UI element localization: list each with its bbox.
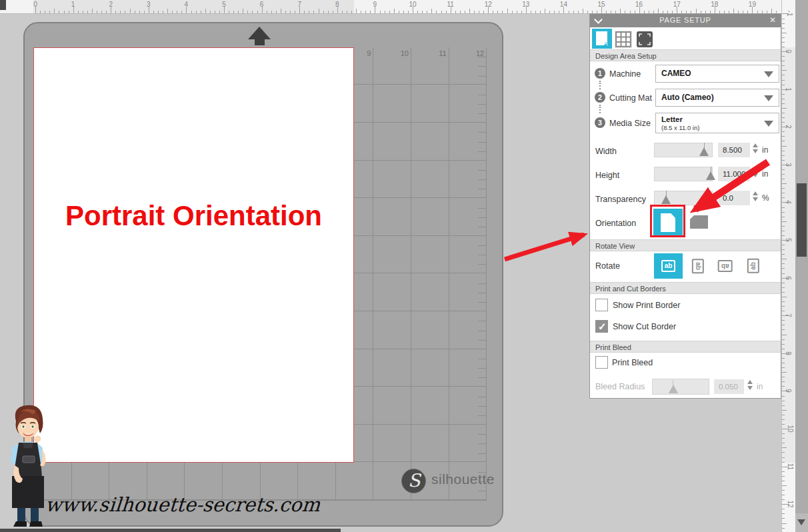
show-print-border-checkbox[interactable] xyxy=(595,299,608,311)
width-label: Width xyxy=(595,147,617,156)
bleed-radius-stepper xyxy=(747,380,753,390)
spin-down-icon[interactable] xyxy=(753,149,758,153)
cutting-mat-value: Auto (Cameo) xyxy=(661,93,714,102)
transparency-slider[interactable] xyxy=(654,191,713,205)
width-slider[interactable] xyxy=(654,143,713,157)
spin-down-icon xyxy=(747,386,753,390)
portrait-page-icon xyxy=(661,213,675,232)
silhouette-logo-text: silhouette xyxy=(431,471,495,487)
print-bleed-checkbox[interactable] xyxy=(595,356,608,369)
panel-close-button[interactable]: ✕ xyxy=(769,15,776,25)
spin-up-icon xyxy=(747,380,753,384)
bleed-radius-slider xyxy=(652,379,709,395)
ruler-label: 6 xyxy=(260,1,264,8)
media-size-label: Media Size xyxy=(609,119,651,128)
dropdown-arrow-icon xyxy=(764,121,773,127)
rotate-180-button[interactable]: ab xyxy=(716,257,735,275)
ruler-label: 12 xyxy=(787,501,794,508)
rotate-glyph: ab xyxy=(692,259,704,273)
vertical-ruler: -10123456789101112 xyxy=(781,0,796,532)
media-size-value: Letter xyxy=(661,115,683,123)
section-rotate-view: Rotate View xyxy=(590,239,781,251)
ruler-label: 13 xyxy=(522,1,529,8)
dropdown-arrow-icon xyxy=(764,95,773,101)
ruler-label: 14 xyxy=(560,1,567,8)
step-connector xyxy=(599,105,601,113)
rotate-270-button[interactable]: ab xyxy=(745,256,762,276)
width-stepper[interactable] xyxy=(753,143,759,153)
step-2-badge: 2 xyxy=(595,92,605,103)
spin-down-icon[interactable] xyxy=(753,173,758,177)
ruler-label: 2 xyxy=(109,1,113,8)
design-page[interactable]: Portrait Orientation xyxy=(33,47,354,463)
ruler-label: 19 xyxy=(749,1,756,8)
ruler-label: 9 xyxy=(785,389,792,393)
ruler-label: 1 xyxy=(71,1,75,8)
mat-up-arrow-stem xyxy=(255,39,265,45)
page-fold-icon xyxy=(604,42,607,46)
grid-column-label: 11 xyxy=(439,49,446,57)
ruler-label: 8 xyxy=(785,351,792,355)
ruler-label: 2 xyxy=(785,125,792,129)
ruler-label: 3 xyxy=(785,163,792,167)
height-slider[interactable] xyxy=(654,167,713,181)
orientation-landscape-button[interactable] xyxy=(690,215,708,229)
height-stepper[interactable] xyxy=(753,167,759,177)
section-design-area-setup: Design Area Setup xyxy=(590,49,781,61)
show-print-border-label: Show Print Border xyxy=(613,301,680,310)
arrow-down-icon xyxy=(797,519,805,525)
ruler-corner-block xyxy=(0,0,6,10)
ruler-label: 3 xyxy=(147,1,151,8)
spin-up-icon[interactable] xyxy=(753,167,758,171)
horizontal-scrollbar-thumb[interactable] xyxy=(0,529,341,532)
ruler-label: 15 xyxy=(597,1,605,8)
spin-up-icon[interactable] xyxy=(753,191,758,195)
vertical-scrollbar[interactable] xyxy=(795,0,808,532)
tab-registration-marks[interactable] xyxy=(636,31,653,48)
media-size-dropdown[interactable]: Letter (8.5 x 11.0 in) xyxy=(655,113,779,133)
ruler-label: 7 xyxy=(785,313,792,317)
ruler-label: 9 xyxy=(373,1,377,8)
section-print-bleed: Print Bleed xyxy=(590,341,781,353)
rotate-90-button[interactable]: ab xyxy=(689,256,707,276)
height-label: Height xyxy=(595,171,619,180)
ruler-label: 16 xyxy=(635,1,643,8)
orientation-label: Orientation xyxy=(595,219,636,228)
show-cut-border-checkbox[interactable] xyxy=(595,320,608,333)
ruler-label: 0 xyxy=(33,1,37,8)
cutting-mat-dropdown[interactable]: Auto (Cameo) xyxy=(655,89,779,107)
ruler-label: 11 xyxy=(787,463,794,469)
bleed-radius-unit: in xyxy=(757,382,763,391)
step-connector xyxy=(599,81,601,89)
transparency-stepper[interactable] xyxy=(753,191,759,201)
watermark-text: www.silhouette-secrets.com xyxy=(45,493,321,516)
rotate-glyph: ab xyxy=(661,260,676,272)
ruler-label: -1 xyxy=(786,11,793,17)
scrollbar-thumb[interactable] xyxy=(797,183,807,257)
transparency-label: Transparency xyxy=(595,195,646,204)
spin-up-icon[interactable] xyxy=(753,143,758,147)
machine-dropdown[interactable]: CAMEO xyxy=(655,65,779,83)
tab-grid-settings[interactable] xyxy=(615,31,632,48)
transparency-unit: % xyxy=(762,193,769,203)
spin-down-icon[interactable] xyxy=(753,197,758,201)
height-value-field[interactable]: 11.000 xyxy=(718,167,750,181)
print-bleed-label: Print Bleed xyxy=(612,358,653,367)
ruler-label: 7 xyxy=(297,1,301,8)
ruler-label: 5 xyxy=(222,1,226,8)
scroll-down-button[interactable] xyxy=(795,513,808,532)
step-1-badge: 1 xyxy=(595,68,605,79)
tab-page-setup[interactable] xyxy=(592,29,612,49)
bleed-radius-label: Bleed Radius xyxy=(595,382,645,391)
ruler-page-band xyxy=(33,0,354,13)
step-3-badge: 3 xyxy=(595,117,605,128)
ruler-label: 1 xyxy=(785,87,792,91)
width-value-field[interactable]: 8.500 xyxy=(718,143,750,157)
orientation-portrait-button[interactable] xyxy=(653,209,683,237)
transparency-value-field[interactable]: 0.0 xyxy=(718,191,750,205)
dropdown-arrow-icon xyxy=(764,71,773,77)
rotate-0-button[interactable]: ab xyxy=(654,253,683,279)
registration-marks-icon xyxy=(636,31,653,48)
rotate-glyph: ab xyxy=(747,259,759,273)
ruler-label: 6 xyxy=(785,276,792,280)
